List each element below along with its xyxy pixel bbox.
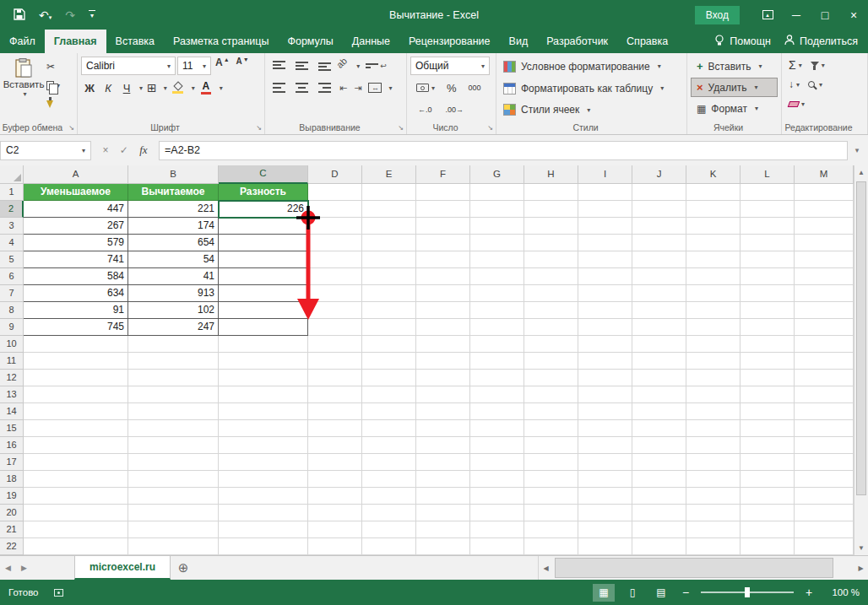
cell-C7[interactable]: [219, 285, 308, 302]
cell-F20[interactable]: [416, 505, 470, 521]
cell-E4[interactable]: [362, 235, 416, 251]
cell-K15[interactable]: [686, 420, 741, 437]
cell-I11[interactable]: [578, 353, 632, 370]
cell-K16[interactable]: [686, 437, 741, 454]
cell-A8[interactable]: 91: [24, 302, 128, 319]
format-as-table-button[interactable]: Форматировать как таблицу▾: [500, 78, 683, 99]
cell-D16[interactable]: [308, 437, 362, 454]
cell-E9[interactable]: [362, 319, 416, 336]
cell-M21[interactable]: [795, 521, 854, 538]
cell-A17[interactable]: [24, 454, 128, 471]
cell-E8[interactable]: [362, 302, 416, 319]
cell-I1[interactable]: [578, 184, 632, 201]
cell-K6[interactable]: [686, 268, 741, 285]
cell-H17[interactable]: [524, 454, 578, 471]
cell-K18[interactable]: [686, 471, 741, 488]
cell-M11[interactable]: [795, 353, 854, 370]
cell-E6[interactable]: [362, 268, 416, 285]
cell-B20[interactable]: [128, 505, 219, 521]
cell-H16[interactable]: [524, 437, 578, 454]
add-sheet-icon[interactable]: ⊕: [171, 556, 196, 580]
cell-I6[interactable]: [578, 268, 632, 285]
cell-L7[interactable]: [741, 285, 795, 302]
ribbon-display-options-icon[interactable]: ▴: [753, 0, 782, 30]
col-header-I[interactable]: I: [578, 165, 632, 184]
cell-D22[interactable]: [308, 538, 362, 555]
underline-button[interactable]: Ч: [118, 78, 135, 97]
cell-D18[interactable]: [308, 471, 362, 488]
scroll-down-icon[interactable]: ▼: [854, 541, 868, 555]
cell-I16[interactable]: [578, 437, 632, 454]
cell-styles-button[interactable]: Стили ячеек▾: [500, 100, 683, 120]
cell-B16[interactable]: [128, 437, 219, 454]
row-header-8[interactable]: 8: [0, 302, 24, 319]
sheet-nav-right-icon[interactable]: ▶: [16, 556, 32, 580]
view-page-layout-icon[interactable]: ▯: [621, 584, 643, 602]
decrease-indent-icon[interactable]: ⇤: [337, 78, 350, 97]
cell-F17[interactable]: [416, 454, 470, 471]
italic-button[interactable]: К: [100, 78, 117, 97]
cell-A9[interactable]: 745: [24, 319, 128, 336]
cell-K13[interactable]: [686, 386, 741, 403]
cell-A21[interactable]: [24, 521, 128, 538]
cell-M17[interactable]: [795, 454, 854, 471]
tab-Разработчик[interactable]: Разработчик: [537, 30, 617, 53]
cell-A19[interactable]: [24, 488, 128, 505]
row-header-16[interactable]: 16: [0, 437, 24, 454]
cell-E7[interactable]: [362, 285, 416, 302]
cell-C9[interactable]: [219, 319, 308, 336]
cell-H15[interactable]: [524, 420, 578, 437]
formula-bar-collapse-icon[interactable]: ▾: [848, 146, 866, 154]
cell-I4[interactable]: [578, 235, 632, 251]
cell-C14[interactable]: [219, 403, 308, 420]
cell-A3[interactable]: 267: [24, 218, 128, 235]
cell-I7[interactable]: [578, 285, 632, 302]
cell-J3[interactable]: [632, 218, 686, 235]
cell-I12[interactable]: [578, 370, 632, 386]
cell-F1[interactable]: [416, 184, 470, 201]
cell-G18[interactable]: [470, 471, 524, 488]
cell-F8[interactable]: [416, 302, 470, 319]
format-painter-icon[interactable]: [44, 96, 62, 111]
cell-J21[interactable]: [632, 521, 686, 538]
cell-F14[interactable]: [416, 403, 470, 420]
cell-B3[interactable]: 174: [128, 218, 219, 235]
zoom-out-button[interactable]: −: [679, 586, 692, 599]
cell-J17[interactable]: [632, 454, 686, 471]
cell-A1[interactable]: Уменьшаемое: [24, 184, 128, 201]
increase-font-icon[interactable]: А▲: [213, 57, 232, 75]
cell-J2[interactable]: [632, 201, 686, 218]
cell-J9[interactable]: [632, 319, 686, 336]
align-middle-icon[interactable]: [291, 57, 312, 75]
cell-H11[interactable]: [524, 353, 578, 370]
cell-C2[interactable]: 226: [219, 201, 308, 218]
cell-L17[interactable]: [741, 454, 795, 471]
decrease-decimal-icon[interactable]: .00→: [443, 100, 467, 119]
col-header-M[interactable]: M: [795, 165, 854, 184]
cell-F9[interactable]: [416, 319, 470, 336]
cell-C21[interactable]: [219, 521, 308, 538]
cell-I15[interactable]: [578, 420, 632, 437]
cell-K8[interactable]: [686, 302, 741, 319]
cell-B5[interactable]: 54: [128, 251, 219, 268]
col-header-C[interactable]: C: [219, 165, 308, 184]
cell-E10[interactable]: [362, 336, 416, 353]
cell-G9[interactable]: [470, 319, 524, 336]
cell-D15[interactable]: [308, 420, 362, 437]
cell-K22[interactable]: [686, 538, 741, 555]
cell-B13[interactable]: [128, 386, 219, 403]
cell-I17[interactable]: [578, 454, 632, 471]
cell-F3[interactable]: [416, 218, 470, 235]
cell-M10[interactable]: [795, 336, 854, 353]
cancel-entry-icon[interactable]: ×: [102, 144, 108, 156]
cell-E19[interactable]: [362, 488, 416, 505]
format-cells-button[interactable]: ▦ Формат▾: [691, 99, 778, 118]
tab-Данные[interactable]: Данные: [343, 30, 399, 53]
cell-E22[interactable]: [362, 538, 416, 555]
cell-H22[interactable]: [524, 538, 578, 555]
cell-J10[interactable]: [632, 336, 686, 353]
cell-G10[interactable]: [470, 336, 524, 353]
percent-format-icon[interactable]: %: [444, 78, 459, 97]
cell-C15[interactable]: [219, 420, 308, 437]
cell-E11[interactable]: [362, 353, 416, 370]
